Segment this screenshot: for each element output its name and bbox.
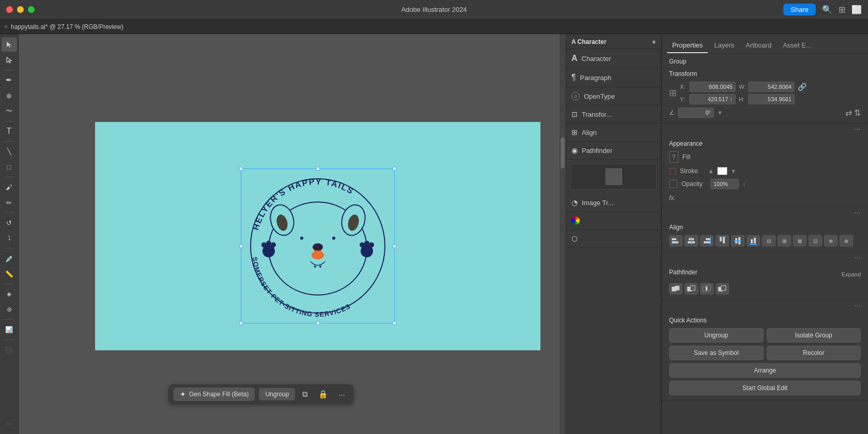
pathfinder-intersect-btn[interactable] bbox=[700, 283, 714, 295]
column-graph-tool[interactable]: 📊 bbox=[2, 322, 17, 337]
handle-bm[interactable] bbox=[316, 321, 320, 325]
scroll-thumb[interactable] bbox=[561, 137, 565, 168]
character-item[interactable]: A Character bbox=[566, 49, 661, 68]
context-ungroup-btn[interactable]: Ungroup bbox=[259, 388, 295, 400]
handle-br[interactable] bbox=[393, 321, 396, 325]
text-tool[interactable]: T bbox=[2, 124, 17, 138]
pathfinder-exclude-btn[interactable] bbox=[716, 283, 729, 295]
distribute-bottom-btn[interactable]: ⊗ bbox=[840, 235, 853, 246]
y-input[interactable] bbox=[689, 94, 736, 104]
pathfinder-expand-label[interactable]: Expand bbox=[842, 271, 861, 277]
tab-close-btn[interactable]: × bbox=[4, 23, 8, 30]
asset-tab[interactable]: Asset E... bbox=[778, 37, 817, 53]
angle-input[interactable] bbox=[678, 107, 714, 118]
stroke-edit-icon[interactable]: ⬚ bbox=[669, 166, 677, 176]
paragraph-item[interactable]: ¶ Paragraph bbox=[566, 68, 661, 87]
handle-tm[interactable] bbox=[316, 167, 320, 171]
rotate-tool[interactable]: ↺ bbox=[2, 215, 17, 230]
stroke-up-icon[interactable]: ▲ bbox=[708, 167, 714, 175]
h-input[interactable] bbox=[748, 94, 795, 104]
gen-shape-fill-btn[interactable]: ✦ Gen Shape Fill (Beta) bbox=[174, 388, 255, 401]
handle-tl[interactable] bbox=[239, 167, 243, 171]
handle-tr[interactable] bbox=[393, 167, 396, 171]
warp-tool[interactable]: ⤵ bbox=[2, 231, 17, 245]
blend-tool[interactable]: ◈ bbox=[2, 287, 17, 301]
search-icon[interactable]: 🔍 bbox=[822, 5, 832, 14]
fullscreen-btn[interactable] bbox=[28, 6, 35, 13]
flip-horizontal-icon[interactable]: ⇄ bbox=[845, 108, 852, 118]
symbol-tool[interactable]: ⊛ bbox=[2, 302, 17, 317]
align-left-btn[interactable] bbox=[669, 235, 683, 246]
transform-more-btn[interactable]: ··· bbox=[662, 123, 868, 135]
appearance-more-btn[interactable]: ··· bbox=[662, 207, 868, 219]
opentype-item[interactable]: ○ OpenType bbox=[566, 87, 661, 105]
angle-dropdown-icon[interactable]: ▼ bbox=[717, 110, 723, 116]
arrange-btn[interactable]: Arrange bbox=[669, 363, 861, 378]
opacity-more-icon[interactable]: › bbox=[743, 180, 745, 188]
image-trace-item[interactable]: ◔ Image Tr... bbox=[566, 194, 661, 212]
align-panel-item[interactable]: ⊞ Align bbox=[566, 123, 661, 142]
distribute-left-btn[interactable]: ⊟ bbox=[762, 235, 776, 246]
distribute-center-v-btn[interactable]: ⊕ bbox=[824, 235, 838, 246]
minimize-window-btn[interactable] bbox=[17, 6, 24, 13]
anchor-tool[interactable]: ⊕ bbox=[2, 88, 17, 103]
measure-tool[interactable]: 📏 bbox=[2, 267, 17, 281]
character-panel-collapse[interactable]: « bbox=[652, 38, 656, 45]
duplicate-btn[interactable]: ⧉ bbox=[299, 388, 311, 401]
curvature-tool[interactable]: 〜 bbox=[2, 104, 17, 118]
layers-tab[interactable]: Layers bbox=[709, 37, 739, 53]
handle-ml[interactable] bbox=[239, 244, 243, 248]
align-top-btn[interactable] bbox=[716, 235, 729, 246]
lock-proportions-icon[interactable]: 🔗 bbox=[798, 83, 807, 91]
w-input[interactable] bbox=[748, 82, 795, 92]
artboard-tab[interactable]: Artboard bbox=[740, 37, 777, 53]
align-bottom-btn[interactable] bbox=[747, 235, 760, 246]
artboard-tool[interactable]: ⬛ bbox=[2, 343, 17, 357]
perspective-item[interactable]: ⬡ bbox=[566, 230, 661, 248]
opacity-input[interactable] bbox=[710, 179, 739, 189]
pathfinder-unite-btn[interactable] bbox=[669, 283, 683, 295]
pathfinder-minus-front-btn[interactable] bbox=[685, 283, 698, 295]
flip-vertical-icon[interactable]: ⇅ bbox=[854, 108, 861, 118]
close-window-btn[interactable] bbox=[6, 6, 13, 13]
x-input[interactable] bbox=[689, 82, 736, 92]
pencil-tool[interactable]: ✏ bbox=[2, 195, 17, 210]
properties-tab[interactable]: Properties bbox=[667, 37, 708, 53]
transform-panel-item[interactable]: ⊡ Transfor... bbox=[566, 105, 661, 123]
distribute-top-btn[interactable]: ⊡ bbox=[809, 235, 822, 246]
opacity-checkbox[interactable] bbox=[669, 180, 677, 188]
paintbrush-tool[interactable]: 🖌 bbox=[2, 180, 17, 194]
handle-mr[interactable] bbox=[393, 244, 396, 248]
stroke-dropdown-icon[interactable]: ▼ bbox=[731, 168, 736, 174]
recolor-qa-btn[interactable]: Recolor bbox=[767, 346, 861, 360]
pathfinder-panel-item[interactable]: ◉ Pathfinder bbox=[566, 142, 661, 160]
grid-icon[interactable]: ⊞ bbox=[839, 5, 845, 14]
canvas-area[interactable]: HELYER'S HAPPY TAILS SOMERSET PET-SITTIN… bbox=[19, 34, 566, 434]
color-swatch[interactable] bbox=[606, 168, 622, 185]
align-center-h-btn[interactable] bbox=[685, 235, 698, 246]
eyedropper-tool[interactable]: 💉 bbox=[2, 251, 17, 266]
isolate-group-btn[interactable]: Isolate Group bbox=[767, 328, 861, 343]
pen-tool[interactable]: ✒ bbox=[2, 73, 17, 87]
align-more-btn[interactable]: ··· bbox=[662, 252, 868, 264]
line-tool[interactable]: ╲ bbox=[2, 144, 17, 159]
select-tool[interactable] bbox=[2, 37, 17, 52]
share-button[interactable]: Share bbox=[783, 4, 816, 16]
recolor-item[interactable] bbox=[566, 212, 661, 230]
canvas-scrollbar[interactable] bbox=[560, 34, 566, 434]
more-options-btn[interactable]: ··· bbox=[335, 388, 348, 401]
align-right-btn[interactable] bbox=[700, 235, 714, 246]
start-global-edit-btn[interactable]: Start Global Edit bbox=[669, 381, 861, 395]
window-icon[interactable]: ⬜ bbox=[851, 5, 862, 14]
pathfinder-more-btn[interactable]: ··· bbox=[662, 300, 868, 312]
distribute-right-btn[interactable]: ⊠ bbox=[793, 235, 807, 246]
ungroup-btn[interactable]: Ungroup bbox=[669, 328, 764, 343]
more-tools-btn[interactable]: ··· bbox=[2, 416, 17, 431]
direct-select-tool[interactable] bbox=[2, 53, 17, 67]
lock-btn[interactable]: 🔒 bbox=[315, 388, 331, 401]
align-center-v-btn[interactable] bbox=[731, 235, 745, 246]
fill-question-icon[interactable]: ? bbox=[669, 151, 678, 163]
rect-tool[interactable]: □ bbox=[2, 160, 17, 174]
handle-bl[interactable] bbox=[239, 321, 243, 325]
stroke-color-box[interactable] bbox=[717, 167, 727, 175]
